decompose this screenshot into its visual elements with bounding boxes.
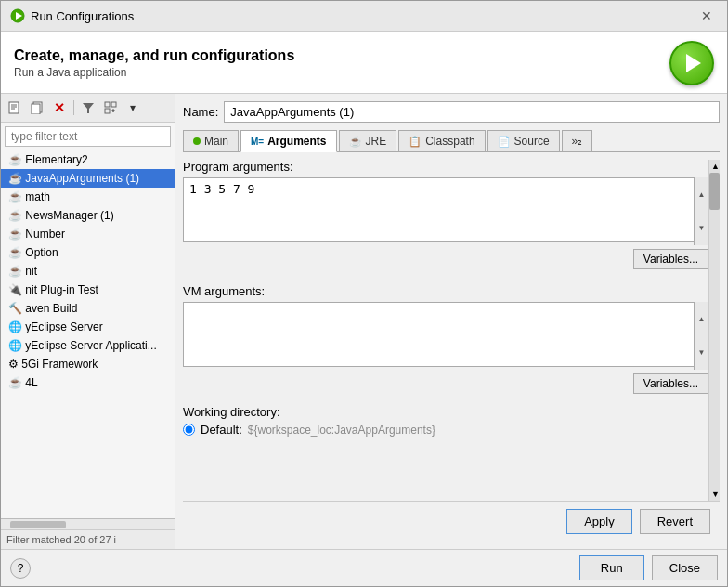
svg-marker-13 (111, 109, 115, 111)
tab-jre[interactable]: ☕ JRE (339, 130, 397, 151)
svg-marker-8 (83, 103, 94, 113)
apply-button[interactable]: Apply (566, 509, 632, 534)
right-scrollbar[interactable]: ▲ ▼ (708, 160, 720, 501)
tab-main[interactable]: Main (183, 130, 239, 151)
default-radio[interactable] (183, 424, 195, 436)
window-close-button[interactable]: ✕ (696, 7, 718, 25)
classpath-tab-icon: 📋 (409, 136, 422, 148)
list-item[interactable]: 🌐 yEclipse Server Applicati... (1, 336, 175, 355)
item-icon: 🔌 (8, 283, 25, 296)
list-item[interactable]: ☕ NewsManager (1) (1, 206, 175, 225)
tabs-bar: Main M= Arguments ☕ JRE 📋 Classpath 📄 So… (183, 130, 720, 152)
filter-input[interactable] (5, 126, 171, 147)
help-button[interactable]: ? (10, 558, 31, 579)
item-icon: ☕ (8, 228, 25, 241)
item-icon: ☕ (8, 265, 25, 278)
program-args-wrapper: 1 3 5 7 9 ▲ ▼ (183, 177, 708, 245)
tab-source-label: Source (514, 135, 550, 148)
revert-button[interactable]: Revert (640, 509, 710, 534)
close-button[interactable]: Close (652, 555, 718, 580)
name-input[interactable] (224, 101, 720, 123)
list-item[interactable]: 🌐 yEclipse Server (1, 318, 175, 336)
svg-rect-9 (105, 102, 110, 107)
scroll-track (709, 173, 720, 488)
item-icon: ☕ (8, 209, 25, 222)
delete-icon: ✕ (54, 100, 65, 115)
list-item[interactable]: ☕ Option (1, 243, 175, 262)
apply-revert-buttons: Apply Revert (183, 501, 720, 541)
delete-button[interactable]: ✕ (49, 98, 70, 118)
tab-more-label: »₂ (572, 135, 583, 148)
tab-source[interactable]: 📄 Source (488, 130, 560, 151)
tab-classpath[interactable]: 📋 Classpath (398, 130, 485, 151)
header-section: Create, manage, and run configurations R… (1, 32, 727, 94)
horizontal-scrollbar[interactable] (1, 518, 175, 529)
header-subtitle: Run a Java application (14, 66, 294, 79)
working-dir-label: Working directory: (183, 405, 708, 419)
vm-scroll-down-button[interactable]: ▼ (695, 336, 708, 371)
duplicate-button[interactable] (27, 98, 47, 118)
item-icon: ☕ (8, 190, 25, 203)
tab-arguments[interactable]: M= Arguments (240, 130, 337, 152)
tab-jre-label: JRE (366, 135, 387, 148)
left-toolbar: ✕ ▾ (1, 94, 175, 123)
dialog-title: Run Configurations (31, 9, 134, 23)
item-icon: 🌐 (8, 339, 25, 352)
list-item[interactable]: ☕ JavaAppArguments (1) (1, 169, 175, 188)
name-row: Name: (183, 101, 720, 123)
title-bar: Run Configurations ✕ (1, 1, 727, 32)
collapse-all-button[interactable] (100, 98, 121, 118)
vm-args-textarea[interactable] (183, 302, 708, 367)
program-args-variables-button[interactable]: Variables... (633, 249, 708, 269)
list-item[interactable]: ☕ Elementary2 (1, 150, 175, 169)
item-icon: ☕ (8, 246, 25, 259)
item-icon: ☕ (8, 376, 25, 389)
list-item[interactable]: 🔌 nit Plug-in Test (1, 280, 175, 299)
scroll-down-button[interactable]: ▼ (695, 212, 708, 246)
header-text: Create, manage, and run configurations R… (14, 47, 294, 79)
item-icon: ☕ (8, 172, 25, 185)
list-item[interactable]: ☕ nit (1, 262, 175, 280)
run-icon-button[interactable] (670, 41, 714, 85)
new-configuration-button[interactable] (5, 98, 25, 118)
vm-scroll-up-button[interactable]: ▲ (695, 302, 708, 336)
program-args-scrollbar: ▲ ▼ (694, 177, 708, 245)
list-item[interactable]: ☕ 4L (1, 373, 175, 392)
list-item[interactable]: 🔨 aven Build (1, 299, 175, 318)
title-bar-left: Run Configurations (10, 8, 134, 23)
list-item[interactable]: ⚙ 5Gi Framework (1, 355, 175, 373)
left-panel: ✕ ▾ (1, 94, 176, 549)
scroll-up-button[interactable]: ▲ (695, 177, 708, 212)
filter-button[interactable] (78, 98, 98, 118)
list-item[interactable]: ☕ math (1, 188, 175, 206)
vm-args-label: VM arguments: (183, 284, 708, 298)
main-content: ✕ ▾ (1, 94, 727, 549)
list-item[interactable]: ☕ Number (1, 225, 175, 243)
default-path-value: ${workspace_loc:JavaAppArguments} (248, 424, 436, 437)
scroll-top-button[interactable]: ▲ (709, 160, 720, 173)
run-button[interactable]: Run (579, 555, 644, 580)
play-triangle-icon (686, 54, 701, 72)
tab-more[interactable]: »₂ (562, 130, 593, 151)
duplicate-icon (31, 101, 44, 114)
svg-rect-10 (111, 102, 116, 107)
dialog-footer: ? Run Close (1, 549, 727, 586)
jre-tab-icon: ☕ (349, 136, 362, 148)
vm-args-variables-button[interactable]: Variables... (633, 373, 708, 394)
scroll-thumb (709, 173, 720, 210)
scroll-bottom-button[interactable]: ▼ (709, 488, 720, 501)
tab-arguments-label: Arguments (267, 135, 326, 148)
dropdown-button[interactable]: ▾ (123, 98, 143, 118)
footer-right-buttons: Run Close (579, 555, 718, 580)
item-icon: 🌐 (8, 320, 25, 333)
arguments-content: Program arguments: 1 3 5 7 9 ▲ ▼ Variabl… (183, 160, 708, 501)
svg-rect-11 (105, 109, 110, 113)
tab-main-label: Main (204, 135, 228, 148)
run-configurations-dialog: Run Configurations ✕ Create, manage, and… (0, 0, 728, 587)
default-label: Default: (201, 423, 242, 437)
item-icon: ⚙ (8, 358, 21, 371)
program-args-textarea[interactable]: 1 3 5 7 9 (183, 177, 708, 242)
main-tab-icon (193, 137, 201, 145)
vm-args-scrollbar: ▲ ▼ (694, 302, 708, 370)
header-title: Create, manage, and run configurations (14, 47, 294, 64)
